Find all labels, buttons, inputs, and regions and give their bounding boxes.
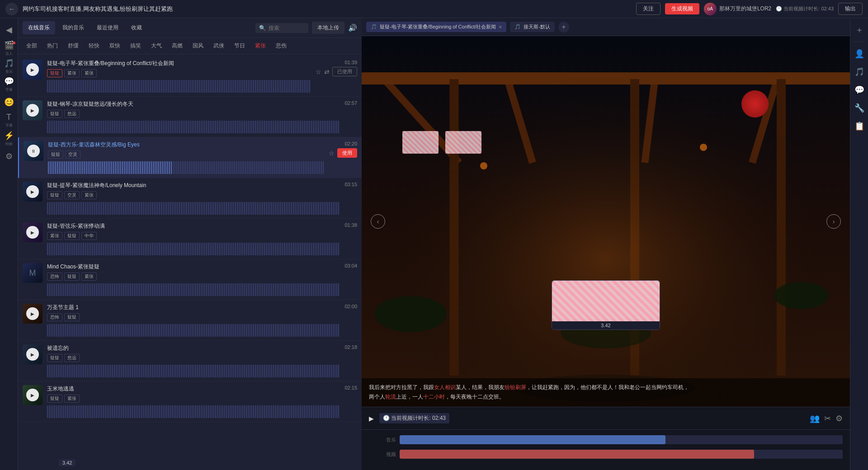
play-overlay-9[interactable]: ▶ xyxy=(23,385,42,405)
sidebar-item-subtitle[interactable]: 💬 字幕 xyxy=(1,76,17,92)
play-overlay-1[interactable]: ▶ xyxy=(23,60,42,80)
genre-martial[interactable]: 武侠 xyxy=(210,41,228,51)
add-track-button[interactable]: + xyxy=(558,22,569,33)
play-overlay-8[interactable]: ▶ xyxy=(23,344,42,364)
play-overlay-5[interactable]: ▶ xyxy=(23,222,42,242)
star-icon[interactable]: ☆ xyxy=(316,68,321,75)
tag: 疑疑 xyxy=(47,69,62,77)
sidebar-right-3[interactable]: 💬 xyxy=(851,82,868,98)
red-dot-indicator[interactable] xyxy=(741,90,769,118)
play-button-5[interactable]: ▶ xyxy=(26,226,39,239)
wrench-icon: 🔧 xyxy=(854,103,864,113)
play-button-7[interactable]: ▶ xyxy=(26,307,39,320)
cut-icon[interactable]: ✂ xyxy=(824,414,831,423)
shuffle-icon[interactable]: ⇄ xyxy=(324,68,330,75)
tab-online-music[interactable]: 在线音乐 xyxy=(23,21,55,34)
pause-button-3[interactable]: ⏸ xyxy=(27,145,40,157)
duration-6: 03:04 xyxy=(344,263,357,268)
settings-icon-bottom[interactable]: ⚙ xyxy=(835,414,843,423)
genre-fast[interactable]: 双快 xyxy=(106,41,124,51)
track-thumb-2: ▶ xyxy=(23,100,42,120)
search-input[interactable] xyxy=(269,25,305,31)
subtitle-highlight-1: 女人相识 xyxy=(434,384,456,390)
search-box[interactable]: 🔍 xyxy=(255,23,308,33)
genre-chinese[interactable]: 国风 xyxy=(189,41,207,51)
genre-light[interactable]: 轻快 xyxy=(85,41,103,51)
subtitle-line-2c: ，每天夜晚十二点交班。 xyxy=(445,394,505,400)
tab-favorites[interactable]: 收藏 xyxy=(126,21,147,34)
list-item[interactable]: ▶ 被遗忘的 疑疑 悠远 02:18 xyxy=(18,341,362,381)
tag: 恐怖 xyxy=(47,273,62,281)
sidebar-item-text[interactable]: T 字幕 xyxy=(1,112,17,128)
nav-arrow-left[interactable]: ‹ xyxy=(371,214,385,229)
play-overlay-7[interactable]: ▶ xyxy=(23,304,42,324)
sidebar-right-4[interactable]: 🔧 xyxy=(851,100,868,116)
back-button[interactable]: ← xyxy=(5,3,18,15)
track-right-2: 02:57 xyxy=(344,100,357,106)
genre-festival[interactable]: 节日 xyxy=(231,41,249,51)
sidebar-right-5[interactable]: 📋 xyxy=(851,118,868,134)
sidebar-right-2[interactable]: 🎵 xyxy=(851,64,868,80)
play-overlay-2[interactable]: ▶ xyxy=(23,100,42,120)
svg-point-12 xyxy=(774,282,828,309)
timeline-track-1[interactable] xyxy=(400,435,843,444)
play-button-8[interactable]: ▶ xyxy=(26,348,39,361)
nav-arrow-right[interactable]: › xyxy=(826,214,841,229)
export-button[interactable]: 输出 xyxy=(838,3,863,15)
upload-button[interactable]: 本地上传 xyxy=(312,22,344,34)
list-item[interactable]: ▶ 疑疑-提琴-紧张魔法神奇/Lonely Mountain 疑疑 空灵 紧张 xyxy=(18,178,362,219)
genre-funny[interactable]: 搞笑 xyxy=(127,41,145,51)
svg-point-11 xyxy=(374,296,447,332)
sidebar-right-add[interactable]: ＋ xyxy=(851,22,868,38)
track-tab-1[interactable]: 🎵 疑疑-电子琴-紧张重叠/Beginning of Conflict/社会新闻… xyxy=(366,22,506,32)
play-overlay-4[interactable]: ▶ xyxy=(23,182,42,202)
play-button-2[interactable]: ▶ xyxy=(26,104,39,117)
list-item[interactable]: ▶ 疑疑-电子琴-紧张重叠/Beginning of Conflict/社会新闻… xyxy=(18,56,362,97)
follow-button[interactable]: 关注 xyxy=(636,3,660,15)
genre-hot[interactable]: 热门 xyxy=(43,41,61,51)
play-button-9[interactable]: ▶ xyxy=(26,389,39,401)
waveform-8 xyxy=(47,365,340,377)
sidebar-item-music[interactable]: 🎵 音乐 xyxy=(1,58,17,74)
sidebar-item-talent[interactable]: 🎬 达人 xyxy=(1,40,17,56)
close-tab-1[interactable]: × xyxy=(499,24,502,30)
list-item[interactable]: ⏸ 疑疑-西方乐-童话森林空灵感/Big Eyes 疑疑 空灵 02:20 xyxy=(18,137,362,178)
music-list: ▶ 疑疑-电子琴-紧张重叠/Beginning of Conflict/社会新闻… xyxy=(18,54,362,470)
star-icon[interactable]: ☆ xyxy=(329,150,335,157)
genre-tense[interactable]: 紧张 xyxy=(251,41,269,51)
duration-4: 03:15 xyxy=(344,182,357,187)
play-button-4[interactable]: ▶ xyxy=(26,185,39,198)
tab-my-music[interactable]: 我的音乐 xyxy=(57,21,90,34)
genre-soothing[interactable]: 舒缓 xyxy=(64,41,82,51)
genre-sad[interactable]: 悲伤 xyxy=(272,41,290,51)
genre-grand[interactable]: 大气 xyxy=(147,41,165,51)
waveform-3 xyxy=(48,161,324,174)
person-icon: 👤 xyxy=(854,49,864,59)
genre-intense[interactable]: 高燃 xyxy=(168,41,186,51)
tab-recent-music[interactable]: 最近使用 xyxy=(91,21,124,34)
play-overlay-3[interactable]: ⏸ xyxy=(24,141,43,161)
left-sidebar: ◀ 🎬 达人 🎵 音乐 💬 字幕 😊 T 字幕 ⚡ 特效 ⚙ xyxy=(0,18,18,470)
use-button-3[interactable]: 使用 xyxy=(337,148,357,158)
generate-button[interactable]: 生成视频 xyxy=(665,3,699,14)
genre-all[interactable]: 全部 xyxy=(23,41,41,51)
sidebar-right-1[interactable]: 👤 xyxy=(851,46,868,62)
list-item[interactable]: ▶ 疑疑-管弦乐-紧张悸动满 紧张 疑疑 中华 01:38 xyxy=(18,219,362,259)
list-item[interactable]: ▶ 万圣节主题 1 恐怖 疑疑 02:00 xyxy=(18,300,362,341)
play-button-1[interactable]: ▶ xyxy=(26,63,39,76)
list-item[interactable]: ▶ 玉米地逃逃 疑疑 紧张 02:15 xyxy=(18,381,362,422)
sidebar-item-back[interactable]: ◀ xyxy=(1,22,17,38)
sidebar-item-sticker[interactable]: 😊 xyxy=(1,94,17,110)
sidebar-item-effects[interactable]: ⚡ 特效 xyxy=(1,130,17,146)
list-item[interactable]: M Mind Chaos-紧张疑疑 恐怖 疑疑 紧张 03:04 xyxy=(18,259,362,300)
sidebar-item-settings[interactable]: ⚙ xyxy=(1,148,17,164)
timeline-row-1: 音乐 xyxy=(369,433,843,446)
track-tab-label-1: 疑疑-电子琴-紧张重叠/Beginning of Conflict/社会新闻 xyxy=(380,24,496,30)
already-use-badge: 已使用 xyxy=(332,67,357,76)
timeline-track-2[interactable] xyxy=(400,450,843,459)
list-item[interactable]: ▶ 疑疑-钢琴-凉京疑疑悠远/漫长的冬天 疑疑 悠远 02:57 xyxy=(18,97,362,137)
participants-icon[interactable]: 👥 xyxy=(810,414,820,423)
volume-icon[interactable]: 🔊 xyxy=(348,24,357,32)
track-tab-2[interactable]: 🎵 接天斯-默认 xyxy=(510,22,555,32)
search-icon: 🔍 xyxy=(259,25,266,31)
